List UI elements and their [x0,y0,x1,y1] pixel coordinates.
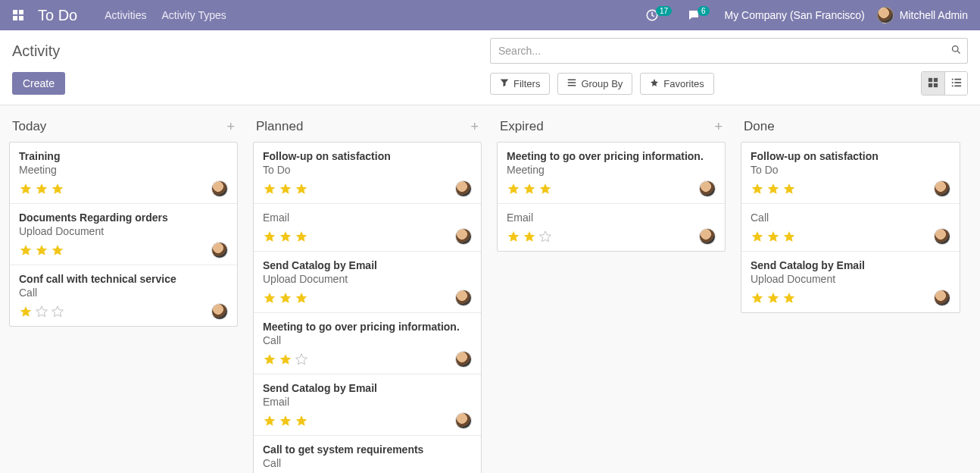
card-title: Meeting to go over pricing information. [263,321,472,333]
kanban-card[interactable]: Call [741,203,960,251]
priority-stars[interactable] [751,182,796,196]
star-icon[interactable] [19,305,33,318]
priority-stars[interactable] [19,243,64,257]
star-icon[interactable] [35,182,48,196]
assignee-avatar[interactable] [699,228,716,245]
star-icon[interactable] [263,182,276,196]
favorites-button[interactable]: Favorites [640,73,713,95]
priority-stars[interactable] [751,291,796,305]
groupby-button[interactable]: Group By [557,73,632,95]
kanban-card[interactable]: Email [254,203,481,251]
messages-notif[interactable]: 6 [687,8,713,22]
assignee-avatar[interactable] [211,180,228,197]
kanban-card[interactable]: Email [498,203,725,251]
star-icon[interactable] [766,230,780,243]
star-icon[interactable] [295,352,308,366]
add-card-button[interactable]: + [470,120,479,133]
priority-stars[interactable] [263,182,308,196]
star-icon[interactable] [19,182,33,196]
star-icon[interactable] [279,291,292,305]
star-icon[interactable] [279,352,292,366]
star-icon[interactable] [523,230,536,243]
star-icon[interactable] [279,414,292,428]
star-icon[interactable] [279,182,292,196]
view-list-button[interactable] [944,72,967,95]
star-icon[interactable] [782,182,796,196]
star-icon[interactable] [538,182,552,196]
assignee-avatar[interactable] [455,351,472,368]
assignee-avatar[interactable] [934,290,950,306]
star-icon[interactable] [263,291,276,305]
priority-stars[interactable] [263,291,308,305]
priority-stars[interactable] [19,305,64,318]
kanban-card[interactable]: Conf call with technical serviceCall [10,265,237,326]
kanban-card[interactable]: Call to get system requirementsCall [254,435,481,473]
star-icon[interactable] [295,414,308,428]
star-icon[interactable] [263,230,276,243]
star-icon[interactable] [263,352,276,366]
kanban-card[interactable]: Follow-up on satisfactionTo Do [741,143,960,203]
assignee-avatar[interactable] [455,412,472,429]
kanban-card[interactable]: Send Catalog by EmailUpload Document [741,251,960,312]
priority-stars[interactable] [507,230,552,243]
star-icon[interactable] [279,230,292,243]
assignee-avatar[interactable] [934,228,950,245]
search-icon[interactable] [950,44,962,58]
search-input[interactable] [490,38,968,64]
user-menu[interactable]: Mitchell Admin [877,7,968,23]
star-icon[interactable] [751,182,764,196]
nav-activity-types[interactable]: Activity Types [161,9,226,21]
star-icon[interactable] [51,182,64,196]
star-icon[interactable] [35,243,48,257]
priority-stars[interactable] [19,182,64,196]
priority-stars[interactable] [263,352,308,366]
star-icon[interactable] [19,243,33,257]
view-kanban-button[interactable] [922,72,944,95]
add-card-button[interactable]: + [714,120,723,133]
star-icon[interactable] [782,230,796,243]
star-icon[interactable] [295,291,308,305]
kanban-card[interactable]: Send Catalog by EmailUpload Document [254,251,481,312]
kanban-card[interactable]: Meeting to go over pricing information.C… [254,312,481,374]
company-switcher[interactable]: My Company (San Francisco) [725,9,865,21]
assignee-avatar[interactable] [211,242,228,258]
assignee-avatar[interactable] [455,228,472,245]
star-icon[interactable] [766,182,780,196]
add-card-button[interactable]: + [226,120,235,133]
app-brand[interactable]: To Do [38,7,77,24]
star-icon[interactable] [782,291,796,305]
star-icon[interactable] [538,230,552,243]
nav-activities[interactable]: Activities [105,9,146,21]
assignee-avatar[interactable] [455,180,472,197]
star-icon[interactable] [51,305,64,318]
star-icon[interactable] [295,182,308,196]
star-icon[interactable] [523,182,536,196]
star-icon[interactable] [51,243,64,257]
star-icon[interactable] [35,305,48,318]
priority-stars[interactable] [507,182,552,196]
apps-icon[interactable] [12,9,24,21]
kanban-card[interactable]: Documents Regarding ordersUpload Documen… [10,203,237,265]
star-icon[interactable] [507,182,520,196]
card-title: Documents Regarding orders [19,211,228,224]
assignee-avatar[interactable] [699,180,716,197]
priority-stars[interactable] [263,414,308,428]
priority-stars[interactable] [751,230,796,243]
kanban-card[interactable]: Meeting to go over pricing information.M… [498,143,725,203]
priority-stars[interactable] [263,230,308,243]
star-icon[interactable] [751,291,764,305]
filters-button[interactable]: Filters [490,73,550,95]
star-icon[interactable] [766,291,780,305]
kanban-card[interactable]: TrainingMeeting [10,143,237,203]
activities-notif[interactable]: 17 [645,8,675,22]
assignee-avatar[interactable] [455,290,472,306]
create-button[interactable]: Create [12,72,65,95]
assignee-avatar[interactable] [934,180,950,197]
star-icon[interactable] [295,230,308,243]
assignee-avatar[interactable] [211,303,228,320]
star-icon[interactable] [263,414,276,428]
kanban-card[interactable]: Send Catalog by EmailEmail [254,374,481,435]
star-icon[interactable] [751,230,764,243]
star-icon[interactable] [507,230,520,243]
kanban-card[interactable]: Follow-up on satisfactionTo Do [254,143,481,203]
